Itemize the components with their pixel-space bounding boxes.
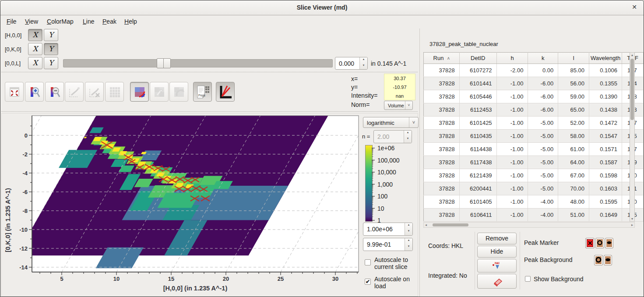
table-row[interactable]: 378286200441-1.00-5.0070.000.1603171 xyxy=(424,182,644,195)
peak-marker-cross-button[interactable]: ✕ xyxy=(585,238,595,248)
dim-0-y-button[interactable]: Y xyxy=(44,29,58,41)
table-cell: -6.00 xyxy=(528,103,558,117)
norm-dropdown[interactable]: Volume ˅ xyxy=(384,101,413,110)
svg-text:0: 0 xyxy=(25,132,28,139)
table-cell: -1.00 xyxy=(496,143,528,156)
zoom-in-button[interactable] xyxy=(25,82,44,102)
color-min-spinbox[interactable]: 9.99e-01 ▴▾ xyxy=(363,238,413,251)
autoscale-load-checkbox[interactable]: ✔ xyxy=(365,279,371,285)
column-header-detid[interactable]: DetID xyxy=(459,53,496,64)
svg-text:[H,0,0] (in 1.235 A^-1): [H,0,0] (in 1.235 A^-1) xyxy=(163,285,228,292)
table-row[interactable]: 378286101425-1.00-5.0052.000.1472157 xyxy=(424,117,644,130)
dim-2-y-button[interactable]: Y xyxy=(44,57,58,69)
table-horizontal-scrollbar[interactable]: ◂ ▸ xyxy=(423,222,635,228)
column-header-run[interactable]: Run˄ xyxy=(424,53,460,64)
table-cell: -1.00 xyxy=(496,182,528,195)
table-row[interactable]: 378286117438-1.00-5.0064.000.1587169 xyxy=(424,156,644,169)
table-cell: 6114438 xyxy=(459,143,496,156)
scroll-down-icon[interactable]: ▼ xyxy=(630,217,634,220)
table-cell: -6.00 xyxy=(528,90,558,103)
scale-type-dropdown[interactable]: logarithmic ˅ xyxy=(363,117,419,128)
table-row[interactable]: 378286105446-1.00-6.0059.000.1390148 xyxy=(424,90,644,103)
hide-button[interactable]: Hide xyxy=(477,246,517,258)
svg-text:15: 15 xyxy=(168,276,174,282)
table-cell: 6110435 xyxy=(459,130,496,143)
slice-viewer-window: Slice Viewer (md) ✕ FileViewColorMapLine… xyxy=(0,0,644,297)
scroll-right-icon[interactable]: ▸ xyxy=(631,223,633,227)
dim-1-y-button[interactable]: Y xyxy=(44,43,58,55)
table-row[interactable]: 378286114438-1.00-5.0061.000.1571167 xyxy=(424,143,644,156)
clear-peaks-button[interactable] xyxy=(477,274,517,289)
goto-hkl-button[interactable]: hkl xyxy=(477,259,517,272)
y-readout-label: y= xyxy=(351,84,358,91)
peak-table[interactable]: Run˄DetIDhklWavelengthTOF 378286107272-2… xyxy=(423,52,644,222)
menu-view[interactable]: View xyxy=(25,18,38,25)
autoscale-slice-checkbox[interactable] xyxy=(365,259,371,265)
peak-marker-circle-button[interactable] xyxy=(595,238,604,248)
spin-arrows[interactable]: ▴▾ xyxy=(405,238,412,251)
table-row[interactable]: 378286107272-2.000.0085.000.1006107 xyxy=(424,64,644,77)
table-row[interactable]: 378286110435-1.00-5.0058.000.1547165 xyxy=(424,130,644,143)
table-cell: 0.1587 xyxy=(589,156,622,169)
column-header-wavelength[interactable]: Wavelength xyxy=(589,53,622,64)
circle-marker-icon xyxy=(595,255,602,264)
table-row[interactable]: 378286101441-1.00-6.0056.000.1355144 xyxy=(424,77,644,90)
table-cell: 0.1547 xyxy=(589,130,622,143)
table-cell: 37828 xyxy=(424,64,460,77)
table-vertical-scrollbar[interactable]: ▲ ▼ xyxy=(630,52,635,222)
menu-line[interactable]: Line xyxy=(83,18,94,25)
overlay-rebin-button[interactable] xyxy=(130,82,149,102)
slice-plot[interactable]: 510152025300-2-4-6-8-10-12-14[H,0,0] (in… xyxy=(1,113,419,297)
slice-slider[interactable] xyxy=(63,59,333,67)
column-header-k[interactable]: k xyxy=(528,53,558,64)
menu-colormap[interactable]: ColorMap xyxy=(47,18,74,25)
table-row[interactable]: 378286101405-1.00-4.0048.000.1595170 xyxy=(424,195,644,209)
peak-marker-ellipse-button[interactable] xyxy=(605,238,613,248)
table-row[interactable]: 378286106411-1.00-4.0051.000.1649175 xyxy=(424,209,644,222)
cross-marker-icon: ✕ xyxy=(588,240,593,247)
dim-0-x-button[interactable]: X xyxy=(28,29,42,41)
remove-button[interactable]: Remove xyxy=(477,233,517,244)
chevron-down-icon: ˅ xyxy=(409,117,418,127)
scrollbar-thumb[interactable] xyxy=(433,223,468,226)
table-cell: 67.00 xyxy=(558,169,589,182)
menu-bar: FileViewColorMapLinePeakHelp xyxy=(0,15,419,28)
spin-arrows[interactable]: ▴▾ xyxy=(359,57,367,69)
reset-zoom-button[interactable] xyxy=(5,82,24,102)
dim-2-x-button[interactable]: X xyxy=(28,57,42,69)
scrollbar-thumb[interactable] xyxy=(630,59,634,120)
table-cell: -1.00 xyxy=(496,103,528,117)
sort-ascending-icon: ˄ xyxy=(447,56,450,61)
close-icon[interactable]: ✕ xyxy=(630,4,638,11)
column-header-h[interactable]: h xyxy=(496,53,528,64)
table-cell: 37828 xyxy=(424,156,460,169)
pane-splitter[interactable] xyxy=(419,28,420,297)
table-cell: 6117438 xyxy=(459,156,496,169)
circle-marker-icon xyxy=(597,238,603,247)
menu-help[interactable]: Help xyxy=(124,18,137,25)
svg-text:-10: -10 xyxy=(19,226,28,233)
menu-file[interactable]: File xyxy=(7,18,17,25)
nonorthogonal-axes-button[interactable] xyxy=(216,82,235,102)
separator xyxy=(1,72,418,72)
scroll-up-icon[interactable]: ▲ xyxy=(630,53,634,57)
background-ellipse-button[interactable] xyxy=(604,255,612,265)
table-row[interactable]: 378286112453-1.00-6.0065.000.1438153 xyxy=(424,103,644,117)
colorbar-tick-label: 100,000 xyxy=(377,157,400,164)
slice-slider-handle[interactable] xyxy=(163,58,171,68)
show-background-checkbox[interactable] xyxy=(525,276,531,282)
background-circle-button[interactable] xyxy=(594,255,603,265)
column-header-l[interactable]: l xyxy=(558,53,589,64)
slice-position-value[interactable]: 0.000 xyxy=(339,60,354,67)
cursor-readout-box: 30.37 -10.97 nan xyxy=(384,74,415,100)
menu-peak[interactable]: Peak xyxy=(102,18,116,25)
slice-position-spinbox[interactable]: 0.000 ▴▾ xyxy=(335,57,368,70)
zoom-out-button[interactable] xyxy=(45,82,64,102)
spin-arrows[interactable]: ▴▾ xyxy=(405,223,412,235)
scroll-left-icon[interactable]: ◂ xyxy=(425,223,427,227)
table-row[interactable]: 378286121439-1.00-5.0067.000.1598170 xyxy=(424,169,644,182)
peaks-overlay-button[interactable]: Peak xyxy=(193,82,212,102)
table-cell: 65.00 xyxy=(558,103,589,117)
color-max-spinbox[interactable]: 1.00e+06 ▴▾ xyxy=(363,223,413,236)
dim-1-x-button[interactable]: X xyxy=(28,43,42,55)
